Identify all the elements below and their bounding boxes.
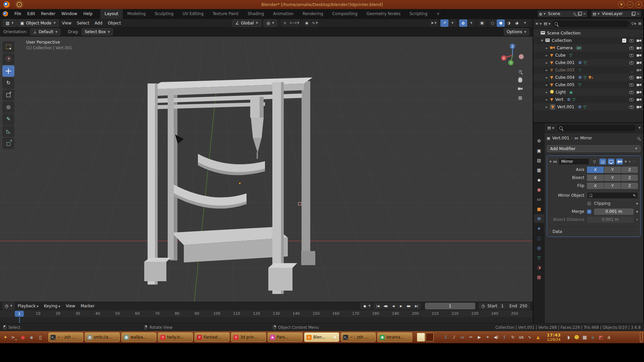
- clipboard-launcher[interactable]: ▯: [36, 333, 44, 341]
- workspace-tab[interactable]: Layout: [100, 9, 123, 19]
- view-layer-selector[interactable]: ▤ ▼ ViewLayer ✕: [591, 10, 641, 17]
- shading-solid-button[interactable]: ●: [497, 19, 505, 27]
- volume-tray-icon[interactable]: ◀): [493, 335, 499, 340]
- new-view-layer-icon[interactable]: [632, 12, 636, 16]
- flip-toggle[interactable]: Z: [621, 183, 638, 189]
- display-tray-icon[interactable]: ▭: [460, 335, 465, 340]
- cam-icon[interactable]: [637, 76, 641, 79]
- terminal-launcher[interactable]: >_: [10, 333, 18, 341]
- viewport-menu-item[interactable]: View: [59, 19, 74, 27]
- task-pars[interactable]: ◆ Pars...: [268, 333, 303, 342]
- next-keyframe-button[interactable]: ◆▶: [405, 303, 413, 309]
- app-launcher[interactable]: ▪: [28, 333, 36, 341]
- timeline-menu-item[interactable]: View: [63, 302, 78, 310]
- tab-modifiers[interactable]: ⚙: [534, 214, 544, 223]
- cam-icon[interactable]: [637, 68, 641, 72]
- cam-icon[interactable]: [637, 46, 641, 50]
- timeline-menu-item[interactable]: Marker: [78, 302, 97, 310]
- new-collection-icon[interactable]: ⊞: [638, 21, 641, 26]
- animate-property-dot[interactable]: [636, 203, 638, 204]
- workspace-tab[interactable]: UV Editing: [178, 9, 208, 19]
- tab-scene[interactable]: ◆: [534, 175, 544, 184]
- tab-tool[interactable]: ⚙: [534, 136, 544, 145]
- transform-orientation-dropdown[interactable]: ∠ Global ▼: [232, 19, 261, 27]
- keyboard-layout-indicator[interactable]: us: [519, 335, 524, 340]
- tab-view-layer[interactable]: ▦: [534, 166, 544, 174]
- jump-to-start-button[interactable]: |◀: [374, 303, 382, 309]
- task-fantast[interactable]: V Fantast...: [195, 333, 229, 342]
- window-menu-icon[interactable]: [16, 1, 23, 8]
- editor-type-button[interactable]: ▧▼: [3, 19, 17, 27]
- animate-property-dot[interactable]: [636, 211, 638, 213]
- notification-icon[interactable]: ◗: [566, 335, 571, 340]
- bluetooth-tray-icon[interactable]: ᛒ: [502, 335, 507, 340]
- data-subpanel[interactable]: › Data: [549, 227, 638, 234]
- cam-icon[interactable]: [637, 105, 641, 109]
- close-button[interactable]: ✕: [636, 1, 642, 8]
- pager-desktop-2[interactable]: [426, 333, 434, 342]
- prev-frame-button[interactable]: ◀: [389, 303, 397, 309]
- workspace-tab[interactable]: Compositing: [328, 9, 362, 19]
- add-modifier-button[interactable]: Add Modifier ▼: [547, 145, 641, 152]
- tool-cursor[interactable]: [2, 53, 14, 65]
- tool-move[interactable]: [2, 65, 14, 77]
- gizmo-dropdown[interactable]: ▼: [448, 19, 457, 27]
- collection[interactable]: ▼ Collection ✓: [533, 37, 643, 44]
- disclosure-arrow-icon[interactable]: ►: [545, 47, 549, 50]
- tool-annotate[interactable]: ✎: [2, 114, 14, 125]
- workspace-tab[interactable]: Scripting: [405, 9, 432, 19]
- merge-checkbox[interactable]: ✓: [587, 209, 591, 214]
- tool-add-cube[interactable]: □: [2, 138, 14, 149]
- tab-physics[interactable]: ◌: [534, 234, 544, 242]
- timeline-ruler[interactable]: 1020304050607080901001101201301401501601…: [0, 310, 533, 317]
- workspace-tab[interactable]: Modeling: [123, 9, 151, 19]
- auto-keying-record-button[interactable]: ●: [361, 303, 369, 309]
- picker-tray-icon[interactable]: ✦: [485, 335, 490, 340]
- end-frame-field[interactable]: End 250: [506, 304, 527, 308]
- cube[interactable]: ► ▼ Cube ▽: [533, 52, 643, 59]
- tool-measure[interactable]: ◺: [2, 126, 14, 137]
- network-tray-icon[interactable]: ∿: [527, 335, 532, 340]
- bisect-toggle[interactable]: X: [587, 175, 604, 181]
- disclosure-arrow-icon[interactable]: ►: [545, 91, 549, 94]
- delete-modifier-icon[interactable]: ✕: [628, 160, 631, 164]
- eye-icon[interactable]: [629, 106, 634, 109]
- new-scene-icon[interactable]: [578, 12, 582, 16]
- properties-search[interactable]: [557, 125, 636, 131]
- tab-material[interactable]: ◑: [534, 263, 544, 272]
- screenshot-tray-icon[interactable]: ✂: [468, 335, 474, 340]
- breadcrumb-modifier[interactable]: Mirror: [580, 136, 592, 140]
- navigation-gizmo[interactable]: Z X Y: [500, 43, 525, 68]
- flip-toggle[interactable]: Y: [604, 183, 621, 189]
- eye-icon[interactable]: [629, 83, 634, 86]
- shading-rendered-button[interactable]: ◕: [513, 19, 521, 27]
- xray-toggle[interactable]: ▣: [478, 19, 486, 27]
- collapse-panel-icon[interactable]: ▼: [549, 160, 551, 163]
- vert-001[interactable]: ► ▼ Vert.001 ⚙▽: [533, 103, 643, 111]
- tool-select-box[interactable]: [2, 41, 14, 53]
- music-tray-icon[interactable]: ♪: [451, 335, 457, 340]
- menu-item[interactable]: Help: [80, 10, 95, 17]
- snap-toggle[interactable]: ∩: [281, 19, 289, 27]
- clipping-checkbox[interactable]: [587, 201, 591, 206]
- tab-constraints[interactable]: ◎: [534, 243, 544, 252]
- modifier-name-field[interactable]: Mirror: [558, 158, 589, 165]
- cam-icon[interactable]: [637, 83, 641, 86]
- workspace-tab[interactable]: Rendering: [298, 9, 328, 19]
- viewport-menu-item[interactable]: Select: [74, 19, 92, 27]
- drag-mode-dropdown[interactable]: Select Box ▼: [82, 28, 113, 36]
- viewport-menu-item[interactable]: Add: [92, 19, 105, 27]
- pager-desktop-1[interactable]: [417, 333, 425, 342]
- pin-icon[interactable]: [573, 12, 576, 15]
- tool-scale[interactable]: [2, 89, 14, 101]
- jump-to-end-button[interactable]: ▶|: [413, 303, 420, 309]
- eye-icon[interactable]: [629, 47, 634, 50]
- options-dropdown[interactable]: Options ▼: [504, 28, 529, 36]
- on-cage-toggle[interactable]: ◲: [599, 159, 606, 165]
- show-overlays-toggle[interactable]: ◍: [459, 19, 467, 27]
- tab-output[interactable]: ▤: [534, 156, 544, 165]
- drag-handle-icon[interactable]: ∷: [633, 159, 636, 164]
- timeline-menu-item[interactable]: Keying ▼: [41, 302, 63, 310]
- timeline-menu-item[interactable]: Playback ▼: [15, 302, 41, 310]
- timeline-track[interactable]: [0, 317, 533, 323]
